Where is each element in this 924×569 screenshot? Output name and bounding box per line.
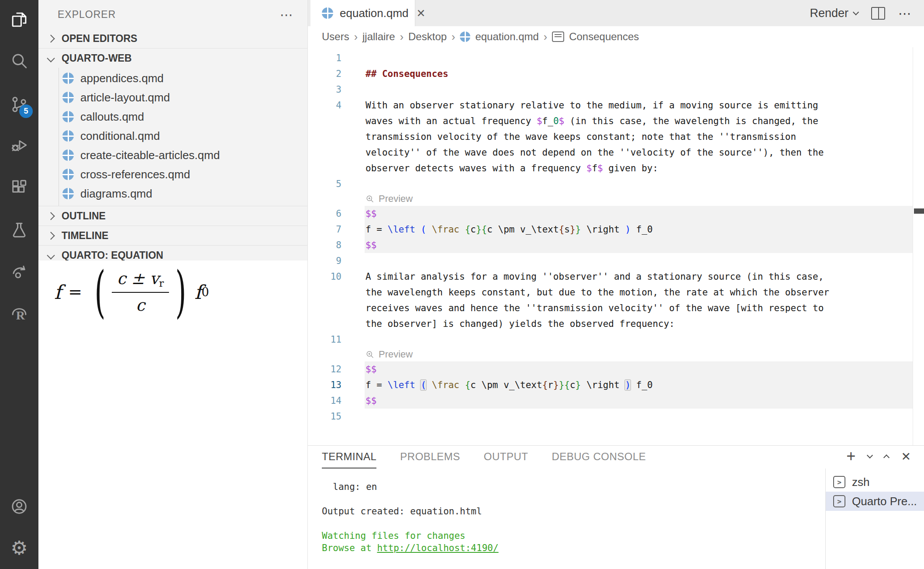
- editor-line[interactable]: 15: [308, 409, 913, 424]
- editor-line[interactable]: 13f = \left ( \frac {c \pm v_\text{r}}{c…: [308, 377, 913, 393]
- editor-line[interactable]: 14$$: [308, 393, 913, 409]
- editor-line[interactable]: transmission velocity of the wave keeps …: [308, 129, 913, 145]
- breadcrumb-item[interactable]: Desktop: [408, 31, 447, 43]
- editor-line[interactable]: 11: [308, 332, 913, 347]
- chevron-right-icon: [47, 232, 55, 239]
- testing-beaker-icon[interactable]: [0, 219, 38, 241]
- explorer-icon[interactable]: [0, 8, 38, 31]
- section-label: OUTLINE: [62, 210, 106, 222]
- extensions-icon[interactable]: [0, 176, 38, 199]
- section-open-editors[interactable]: OPEN EDITORS: [38, 29, 307, 48]
- close-tab-icon[interactable]: ✕: [417, 7, 426, 20]
- file-item-conditional.qmd[interactable]: conditional.qmd: [38, 126, 307, 146]
- line-content: observer detects waves with a frequency …: [365, 160, 913, 176]
- line-number: 3: [308, 82, 341, 97]
- run-debug-icon[interactable]: [0, 134, 38, 156]
- terminal-output[interactable]: lang: en Output created: equation.html W…: [322, 481, 499, 554]
- quarto-file-icon: [62, 73, 74, 84]
- line-number: [308, 113, 341, 129]
- terminal-line: Output created: equation.html: [322, 505, 499, 517]
- editor-line[interactable]: 12$$: [308, 361, 913, 377]
- preview-codelens[interactable]: Preview: [308, 347, 913, 361]
- panel-tab-terminal[interactable]: TERMINAL: [322, 446, 376, 468]
- r-project-icon[interactable]: R: [0, 302, 38, 325]
- editor-line[interactable]: observer detects waves with a frequency …: [308, 160, 913, 176]
- line-number: [308, 284, 341, 300]
- terminal-link[interactable]: http://localhost:4190/: [377, 543, 498, 553]
- section-timeline[interactable]: TIMELINE: [38, 226, 307, 245]
- line-content: waves with an actual frequency $f_0$ (in…: [365, 113, 913, 129]
- terminal-session-list: >zsh>Quarto Pre...: [825, 468, 924, 569]
- section-label: OPEN EDITORS: [62, 33, 137, 45]
- breadcrumb-item[interactable]: equation.qmd: [475, 31, 538, 43]
- quarto-preview-icon[interactable]: [0, 260, 38, 283]
- tab-equation-qmd[interactable]: equation.qmd ✕: [310, 0, 415, 26]
- editor-line[interactable]: 7f = \left ( \frac {c}{c \pm v_\text{s}}…: [308, 222, 913, 237]
- file-item-appendices.qmd[interactable]: appendices.qmd: [38, 69, 307, 88]
- line-content: [365, 50, 913, 66]
- editor-line[interactable]: 4With an observer stationary relative to…: [308, 97, 913, 113]
- panel-tab-output[interactable]: OUTPUT: [484, 446, 528, 468]
- render-button[interactable]: Render: [810, 7, 858, 20]
- settings-gear-icon[interactable]: ⚙: [0, 537, 38, 559]
- explorer-more-actions-icon[interactable]: ⋯: [280, 7, 294, 22]
- editor-line[interactable]: waves with an actual frequency $f_0$ (in…: [308, 113, 913, 129]
- panel-tab-problems[interactable]: PROBLEMS: [400, 446, 460, 468]
- file-item-cross-references.qmd[interactable]: cross-references.qmd: [38, 165, 307, 184]
- line-number: 1: [308, 50, 341, 66]
- line-content: transmission velocity of the wave keeps …: [365, 129, 913, 145]
- file-label: appendices.qmd: [80, 72, 164, 85]
- terminal-dropdown-icon[interactable]: [867, 452, 873, 458]
- maximize-panel-icon[interactable]: [883, 455, 890, 461]
- scrollbar-mark[interactable]: [914, 208, 924, 214]
- source-control-icon[interactable]: 5: [0, 93, 38, 116]
- editor-line[interactable]: 10A similar analysis for a moving ''obse…: [308, 269, 913, 284]
- editor-line[interactable]: the observer] is changed) yields the obs…: [308, 316, 913, 332]
- editor-line[interactable]: 2## Consequences: [308, 66, 913, 82]
- line-content: [365, 253, 913, 269]
- line-content: velocity'' of the wave does not depend o…: [365, 145, 913, 160]
- editor-line[interactable]: receives waves and hence the ''transmiss…: [308, 300, 913, 316]
- chevron-down-icon: [853, 9, 859, 15]
- account-icon[interactable]: [0, 495, 38, 518]
- editor-group: equation.qmd ✕ Render ⋯ Users›jjallaire›…: [308, 0, 924, 445]
- section-quarto-web[interactable]: QUARTO-WEB: [38, 48, 307, 68]
- terminal-prompt-icon: >: [833, 476, 845, 488]
- breadcrumb-item[interactable]: Users: [322, 31, 349, 43]
- line-content: $$: [365, 393, 913, 409]
- terminal-session-quartopre[interactable]: >Quarto Pre...: [826, 492, 924, 511]
- file-item-article-layout.qmd[interactable]: article-layout.qmd: [38, 88, 307, 107]
- close-panel-icon[interactable]: ✕: [901, 450, 911, 463]
- editor-line[interactable]: 9: [308, 253, 913, 269]
- split-editor-icon[interactable]: [871, 7, 885, 20]
- editor-line[interactable]: 5: [308, 176, 913, 192]
- chevron-down-icon: [47, 54, 55, 62]
- editor-line[interactable]: 6$$: [308, 206, 913, 222]
- file-label: diagrams.qmd: [80, 187, 152, 201]
- panel-tab-debug-console[interactable]: DEBUG CONSOLE: [552, 446, 646, 468]
- file-item-diagrams.qmd[interactable]: diagrams.qmd: [38, 184, 307, 203]
- code-editor[interactable]: 1 2## Consequences3 4With an observer st…: [308, 47, 924, 445]
- chevron-right-icon: [47, 212, 55, 220]
- quarto-file-icon: [62, 169, 74, 180]
- search-icon[interactable]: [0, 49, 38, 72]
- breadcrumb-item[interactable]: Consequences: [569, 31, 639, 43]
- editor-more-actions-icon[interactable]: ⋯: [898, 6, 913, 21]
- file-item-callouts.qmd[interactable]: callouts.qmd: [38, 107, 307, 126]
- new-terminal-icon[interactable]: +: [846, 448, 855, 464]
- section-outline[interactable]: OUTLINE: [38, 206, 307, 226]
- line-number: [308, 145, 341, 160]
- terminal-session-zsh[interactable]: >zsh: [826, 472, 924, 492]
- editor-line[interactable]: 1: [308, 50, 913, 66]
- breadcrumb-item[interactable]: jjallaire: [362, 31, 395, 43]
- editor-line[interactable]: 8$$: [308, 237, 913, 253]
- editor-line[interactable]: the wavelength keeps constant, but due t…: [308, 284, 913, 300]
- section-symbol-icon: [552, 31, 564, 42]
- breadcrumb-separator: ›: [400, 31, 403, 43]
- editor-line[interactable]: velocity'' of the wave does not depend o…: [308, 145, 913, 160]
- preview-codelens[interactable]: Preview: [308, 192, 913, 206]
- editor-line[interactable]: 3: [308, 82, 913, 97]
- quarto-file-icon: [62, 149, 74, 161]
- line-number: 8: [308, 237, 341, 253]
- file-item-create-citeable-articles.qmd[interactable]: create-citeable-articles.qmd: [38, 146, 307, 165]
